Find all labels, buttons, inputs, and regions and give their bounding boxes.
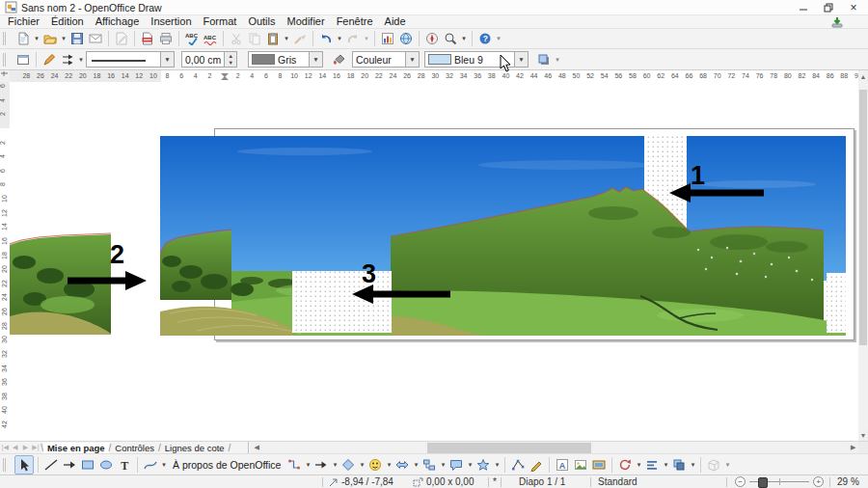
last-page-icon[interactable]: ▶| [31,443,41,453]
line-style-select[interactable]: ▼ [86,51,175,68]
fill-type-value[interactable]: Couleur [353,54,405,66]
hyperlink-globe-icon[interactable] [397,30,415,47]
tab-controles[interactable]: Contrôles [111,443,158,453]
open-icon[interactable] [41,30,59,47]
fill-type-dropdown-icon[interactable]: ▼ [405,52,419,67]
redo-dropdown-icon[interactable]: ▾ [363,35,370,42]
label-1[interactable]: 1 [691,163,705,189]
v-scroll-thumb[interactable] [859,90,867,345]
fontwork-icon[interactable]: A [554,456,571,474]
fill-paint-can-icon[interactable] [330,51,347,68]
format-paintbrush-icon[interactable] [291,30,309,47]
spin-up-icon[interactable]: ▲ [225,52,236,60]
lines-arrows-icon[interactable] [312,456,330,474]
prev-page-icon[interactable]: ◀ [11,443,21,453]
menu-edition[interactable]: Édition [45,15,90,28]
paste-icon[interactable] [264,30,282,47]
edit-points-icon[interactable] [509,456,527,474]
line-width-spinner[interactable]: 0,00 cm ▲▼ [181,51,237,68]
menu-fenetre[interactable]: Fenêtre [331,15,379,28]
fill-color-dropdown-icon[interactable]: ▼ [514,52,528,67]
update-notification-icon[interactable] [831,16,843,30]
line-color-value[interactable]: Gris [275,54,309,66]
line-style-dropdown-icon[interactable]: ▼ [160,52,174,67]
stars-dropdown-icon[interactable]: ▾ [493,461,501,469]
drawing-canvas[interactable]: 1 2 3 [10,82,858,441]
toolbar-grip[interactable] [3,32,11,45]
h-scrollbar[interactable] [262,442,848,454]
undo-icon[interactable] [317,30,335,47]
shadow-icon[interactable] [535,51,553,68]
symbol-shapes-dropdown-icon[interactable]: ▾ [385,461,393,469]
menu-insertion[interactable]: Insertion [145,15,197,28]
symbol-shapes-icon[interactable] [366,456,384,474]
rectangle-tool-icon[interactable] [79,456,96,474]
page-style[interactable]: Standard [598,476,637,487]
close-button[interactable]: × [841,0,866,14]
menu-fichier[interactable]: Fichier [2,15,45,28]
restore-button[interactable] [816,0,841,14]
redo-icon[interactable] [344,30,362,47]
line-color-select[interactable]: Gris ▼ [248,51,323,68]
alignment-icon[interactable] [643,456,661,474]
ellipse-tool-icon[interactable] [97,456,115,474]
zoom-icon[interactable] [442,30,459,47]
fill-type-select[interactable]: Couleur ▼ [352,51,420,68]
styles-window-icon[interactable] [14,51,32,68]
h-scroll-right-icon[interactable]: ▶ [848,442,858,454]
rotate-dropdown-icon[interactable]: ▾ [635,461,642,469]
export-pdf-icon[interactable] [139,30,156,47]
first-page-icon[interactable]: |◀ [0,443,11,453]
connector-tool-icon[interactable] [285,456,303,474]
toolbar-overflow-icon[interactable]: ▾ [554,56,561,64]
undo-dropdown-icon[interactable]: ▾ [336,35,343,42]
block-arrows-icon[interactable] [393,456,411,474]
new-dropdown-icon[interactable]: ▾ [33,35,41,42]
extrusion-icon[interactable] [705,456,722,474]
next-page-icon[interactable]: ▶ [20,443,31,453]
v-scrollbar[interactable] [858,82,868,429]
alignment-dropdown-icon[interactable]: ▾ [662,461,669,469]
menu-modifier[interactable]: Modifier [282,15,331,28]
line-width-value[interactable]: 0,00 cm [182,54,224,66]
spin-down-icon[interactable]: ▼ [225,60,236,68]
cut-icon[interactable] [228,30,245,47]
label-2[interactable]: 2 [110,242,124,268]
gallery-icon[interactable] [590,456,608,474]
tab-splitter[interactable] [248,442,249,454]
arrow-2[interactable] [68,269,149,292]
fill-color-select[interactable]: Bleu 9 ▼ [424,51,529,68]
paste-dropdown-icon[interactable]: ▾ [283,35,290,42]
zoom-slider-thumb[interactable] [758,477,768,488]
new-document-icon[interactable] [14,30,32,47]
flowchart-dropdown-icon[interactable]: ▾ [439,461,447,469]
tab-lignes-de-cote[interactable]: Lignes de cote [161,443,229,453]
arrange-dropdown-icon[interactable]: ▾ [689,461,696,469]
zoom-out-icon[interactable]: − [735,476,746,487]
tab-mise-en-page[interactable]: Mise en page [43,443,109,453]
stars-icon[interactable] [475,456,492,474]
label-3[interactable]: 3 [362,261,376,287]
navigator-icon[interactable] [423,30,441,47]
lines-arrows-dropdown-icon[interactable]: ▾ [331,461,339,469]
h-scroll-thumb[interactable] [427,443,591,453]
text-tool-icon[interactable]: T [116,456,133,474]
panorama-image[interactable] [160,136,846,336]
select-tool-icon[interactable] [14,455,34,474]
connector-dropdown-icon[interactable]: ▾ [304,461,312,469]
curve-tool-icon[interactable] [142,456,159,474]
autospellcheck-icon[interactable]: ABC [202,30,219,47]
callouts-icon[interactable] [448,456,465,474]
copy-icon[interactable] [246,30,263,47]
menu-outils[interactable]: Outils [242,15,281,28]
toolbar-overflow-icon[interactable]: ▾ [723,461,731,469]
zoom-dropdown-icon[interactable]: ▾ [460,35,468,42]
zoom-in-icon[interactable]: + [813,476,824,487]
toolbar-overflow-icon[interactable]: ▾ [495,35,502,42]
email-icon[interactable] [87,30,104,47]
menu-affichage[interactable]: Affichage [90,15,146,28]
arrow-style-icon[interactable] [59,51,76,68]
block-arrows-dropdown-icon[interactable]: ▾ [412,461,420,469]
basic-shapes-icon[interactable] [339,456,357,474]
arrow-1[interactable] [667,181,766,204]
